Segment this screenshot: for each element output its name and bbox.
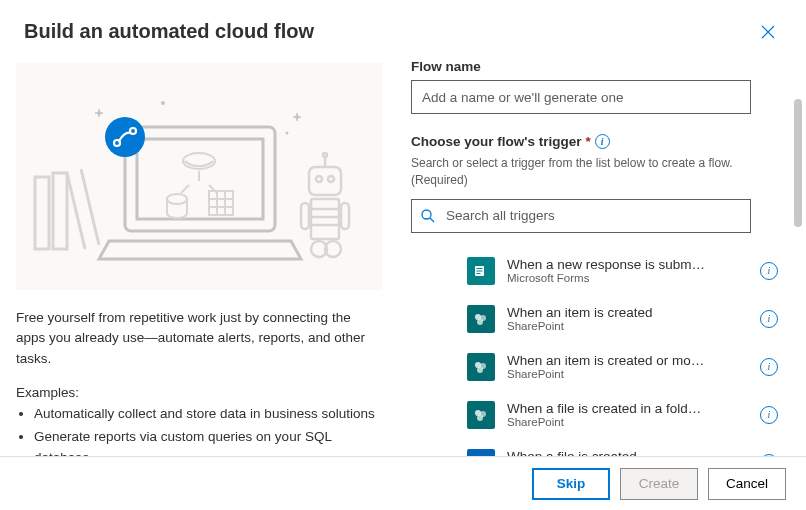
search-trigger-input[interactable]	[444, 207, 742, 224]
close-button[interactable]	[754, 18, 782, 46]
hero-illustration	[16, 63, 382, 290]
trigger-info-icon[interactable]: i	[760, 406, 778, 424]
trigger-title: When a file is created	[507, 449, 707, 456]
cancel-button[interactable]: Cancel	[708, 468, 786, 500]
skip-button[interactable]: Skip	[532, 468, 610, 500]
trigger-source: SharePoint	[507, 416, 760, 428]
example-item: Generate reports via custom queries on y…	[34, 427, 377, 456]
svg-line-35	[430, 218, 434, 222]
svg-point-29	[286, 131, 289, 134]
svg-rect-13	[309, 167, 341, 195]
trigger-title: When a new response is submitted	[507, 257, 707, 272]
trigger-title: When a file is created in a folder (de..…	[507, 401, 707, 416]
svg-rect-1	[53, 173, 67, 249]
sharepoint-icon	[467, 305, 495, 333]
flow-name-label: Flow name	[411, 59, 782, 74]
search-icon	[420, 208, 436, 224]
trigger-heading: Choose your flow's trigger	[411, 134, 581, 149]
examples-list: Automatically collect and store data in …	[34, 404, 377, 456]
example-item: Automatically collect and store data in …	[34, 404, 377, 425]
svg-point-7	[167, 194, 187, 204]
search-trigger-wrap[interactable]	[411, 199, 751, 233]
scroll-thumb[interactable]	[794, 99, 802, 227]
trigger-title: When an item is created or modified	[507, 353, 707, 368]
trigger-info-icon[interactable]: i	[760, 262, 778, 280]
svg-point-42	[477, 319, 483, 325]
trigger-info-icon[interactable]: i	[760, 310, 778, 328]
scrollbar[interactable]	[794, 55, 802, 443]
svg-point-17	[323, 153, 327, 157]
svg-line-3	[81, 169, 99, 245]
info-icon[interactable]: i	[595, 134, 610, 149]
sharepoint-icon	[467, 353, 495, 381]
dialog-title: Build an automated cloud flow	[24, 20, 782, 43]
svg-rect-0	[35, 177, 49, 249]
trigger-item-sp-item-modified[interactable]: When an item is created or modified Shar…	[467, 343, 782, 391]
trigger-info-icon[interactable]: i	[760, 454, 778, 456]
examples-heading: Examples:	[16, 385, 377, 400]
required-mark: *	[585, 134, 590, 149]
svg-line-2	[67, 173, 85, 249]
svg-point-15	[328, 176, 334, 182]
sharepoint-icon	[467, 401, 495, 429]
trigger-title: When an item is created	[507, 305, 707, 320]
trigger-subtext: Search or select a trigger from the list…	[411, 155, 782, 189]
onedrive-icon	[467, 449, 495, 456]
svg-point-14	[316, 176, 322, 182]
svg-rect-18	[311, 199, 339, 239]
trigger-item-sp-item-created[interactable]: When an item is created SharePoint i	[467, 295, 782, 343]
create-button[interactable]: Create	[620, 468, 698, 500]
trigger-item-sp-file-folder[interactable]: When a file is created in a folder (de..…	[467, 391, 782, 439]
trigger-item-onedrive-file[interactable]: When a file is created OneDrive for Busi…	[467, 439, 782, 456]
trigger-item-forms-response[interactable]: When a new response is submitted Microso…	[467, 247, 782, 295]
svg-rect-22	[301, 203, 309, 229]
svg-point-34	[422, 210, 431, 219]
svg-rect-39	[477, 273, 481, 274]
forms-icon	[467, 257, 495, 285]
close-icon	[760, 24, 776, 40]
trigger-source: Microsoft Forms	[507, 272, 760, 284]
svg-rect-38	[477, 270, 483, 271]
svg-rect-8	[209, 191, 233, 215]
svg-point-48	[477, 415, 483, 421]
description-text: Free yourself from repetitive work just …	[16, 308, 377, 369]
svg-point-27	[161, 101, 165, 105]
trigger-source: SharePoint	[507, 368, 760, 380]
svg-point-45	[477, 367, 483, 373]
flow-name-input[interactable]	[411, 80, 751, 114]
svg-rect-37	[477, 268, 483, 269]
trigger-info-icon[interactable]: i	[760, 358, 778, 376]
trigger-source: SharePoint	[507, 320, 760, 332]
svg-point-31	[105, 117, 145, 157]
svg-rect-23	[341, 203, 349, 229]
